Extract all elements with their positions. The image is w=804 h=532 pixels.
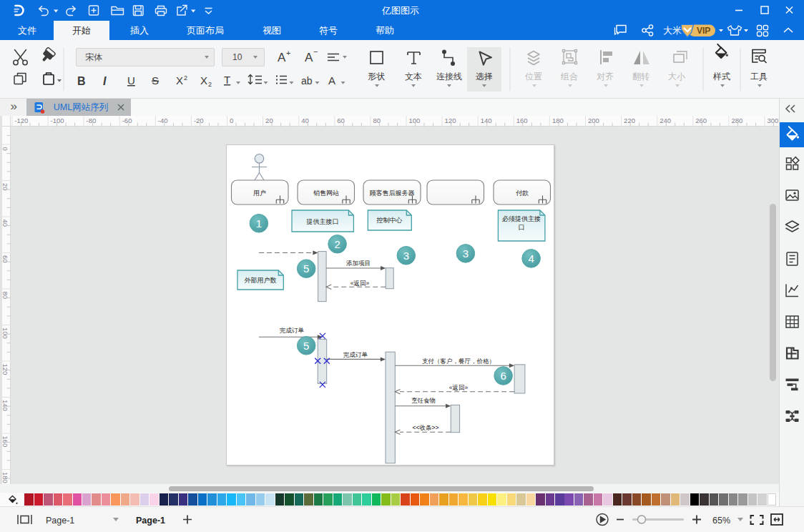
svg-text:2: 2 [334,238,340,250]
svg-text:220: 220 [624,117,635,124]
svg-text:销售网站: 销售网站 [313,189,339,197]
svg-text:付款: 付款 [516,189,529,197]
svg-text:支付（客户，餐厅，价格）: 支付（客户，餐厅，价格） [422,358,495,365]
svg-text:100: 100 [409,117,421,124]
svg-text:Page-1: Page-1 [136,516,165,526]
svg-text:+: + [286,49,290,57]
svg-text:65%: 65% [712,516,730,526]
svg-text:280: 280 [731,117,742,124]
svg-text:260: 260 [695,117,707,124]
svg-text:T: T [224,74,230,86]
svg-text:I: I [103,75,107,87]
svg-text:X: X [176,74,183,87]
svg-text:外部用户数: 外部用户数 [245,277,277,284]
svg-text:2: 2 [184,74,187,82]
svg-text:5: 5 [303,262,309,275]
svg-text:位置: 位置 [525,72,542,82]
svg-text:形状: 形状 [368,72,385,82]
svg-text:2: 2 [208,81,212,88]
svg-text:用户: 用户 [253,189,266,197]
svg-text:<<收条>>: <<收条>> [413,424,439,431]
svg-text:0: 0 [1,147,9,151]
svg-text:-20: -20 [194,117,204,124]
svg-text:必须提供主接: 必须提供主接 [502,215,541,222]
svg-text:4: 4 [528,252,534,265]
svg-text:ab: ab [301,75,313,87]
svg-text:对齐: 对齐 [597,72,614,82]
svg-text:5: 5 [303,340,309,352]
svg-text:6: 6 [500,370,506,382]
svg-text:120: 120 [445,117,456,124]
svg-text:X: X [200,74,207,87]
svg-text:-60: -60 [122,117,132,124]
svg-text:完成订单: 完成订单 [280,327,305,334]
svg-text:提供主接口: 提供主接口 [306,218,339,225]
svg-text:-80: -80 [87,117,97,124]
svg-text:连接线: 连接线 [436,72,462,82]
svg-text:180: 180 [1,472,9,483]
svg-text:1: 1 [256,217,262,230]
svg-text:A: A [278,51,286,64]
svg-text:0: 0 [230,117,233,124]
svg-text:3: 3 [463,247,469,260]
svg-text:Page-1: Page-1 [46,516,74,526]
svg-text:翻转: 翻转 [632,72,649,82]
svg-text:180: 180 [552,117,564,124]
svg-text:240: 240 [660,117,671,124]
svg-text:S: S [152,74,159,87]
svg-text:组合: 组合 [560,72,578,82]
svg-text:大小: 大小 [668,72,685,82]
svg-text:口: 口 [519,224,525,231]
svg-text:VIP: VIP [697,26,710,36]
svg-text:200: 200 [588,117,599,124]
svg-text:A: A [328,74,335,87]
svg-text:300: 300 [768,117,779,124]
svg-text:3: 3 [403,250,409,262]
svg-text:完成订单: 完成订单 [343,351,368,358]
svg-text:100: 100 [1,327,9,339]
svg-text:U: U [127,74,135,87]
svg-text:A: A [305,51,313,64]
svg-text:«返回»: «返回» [449,384,469,391]
svg-text:大米: 大米 [663,25,682,36]
svg-text:顾客售后服务器: 顾客售后服务器 [370,189,415,197]
svg-text:140: 140 [481,117,492,124]
svg-text:添加项目: 添加项目 [346,260,371,267]
svg-text:160: 160 [1,436,9,448]
svg-text:-40: -40 [158,117,168,124]
svg-text:烹饪食物: 烹饪食物 [411,397,436,404]
svg-text:160: 160 [516,117,528,124]
svg-text:−: − [313,47,318,56]
svg-text:B: B [77,75,86,87]
svg-text:控制中心: 控制中心 [376,217,403,224]
svg-text:120: 120 [1,364,9,375]
svg-text:«返回»: «返回» [350,280,370,287]
svg-text:工具: 工具 [750,72,768,82]
svg-text:选择: 选择 [476,72,493,82]
svg-text:样式: 样式 [712,72,730,82]
svg-text:文本: 文本 [405,72,422,82]
svg-text:140: 140 [1,400,9,411]
